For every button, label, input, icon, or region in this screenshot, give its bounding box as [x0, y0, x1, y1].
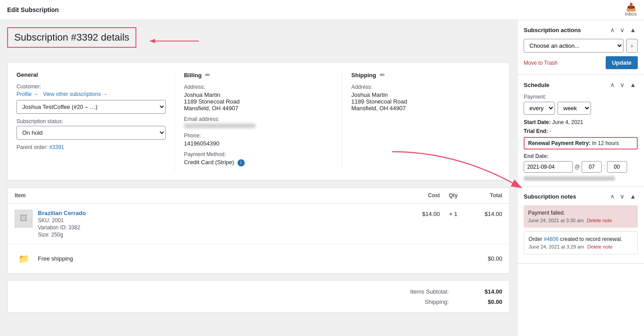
parent-order-link[interactable]: #3391	[49, 144, 64, 150]
note-delete-1[interactable]: Delete note	[587, 218, 612, 223]
status-select[interactable]: On hold Active Cancelled Expired Pending	[16, 126, 166, 140]
item-sku: SKU: 2001	[38, 217, 404, 224]
table-row: 🖼 Brazilian Cerrado SKU: 2001 Variation …	[8, 203, 509, 245]
table-header: Item Cost Qty Total	[8, 188, 509, 203]
shipping-icon: 📁	[15, 250, 33, 268]
billing-phone-label: Phone:	[184, 133, 333, 139]
general-title: General	[16, 71, 166, 78]
view-other-link[interactable]: View other subscriptions →	[43, 91, 107, 97]
billing-phone: 14196054390	[184, 140, 333, 147]
shipping-label: Free shipping	[38, 255, 404, 262]
item-qty: × 1	[440, 210, 467, 217]
end-time-min[interactable]	[607, 161, 627, 173]
actions-drag-btn[interactable]: ▲	[628, 25, 638, 34]
item-thumbnail: 🖼	[15, 210, 33, 228]
action-row: Choose an action... ›	[524, 39, 638, 53]
billing-edit-icon[interactable]: ✏	[205, 71, 210, 79]
end-date-input[interactable]	[524, 161, 573, 173]
inbox-label: Inbox	[625, 11, 637, 17]
note-meta-2: June 24, 2021 at 3:29 am Delete note	[529, 244, 633, 249]
general-section: General Customer: Profile → View other s…	[16, 71, 175, 171]
start-date: Start Date: June 4, 2021	[524, 119, 638, 125]
note-meta-1: June 24, 2021 at 3:30 am Delete note	[528, 218, 633, 223]
payment-label: Payment:	[524, 94, 638, 100]
note-text-2: Order #4806 created to record renewal.	[529, 236, 633, 242]
renewal-retry-box: Renewal Payment Retry: In 12 hours	[524, 137, 638, 149]
update-button[interactable]: Update	[606, 56, 638, 69]
period-select[interactable]: week day month year	[558, 102, 591, 115]
notes-drag-btn[interactable]: ▲	[628, 192, 638, 201]
subscription-header-box: Subscription #3392 details	[7, 27, 136, 48]
payment-row: every 1 2 week day month year	[524, 102, 638, 115]
top-bar: Edit Subscription 📥 Inbox	[0, 0, 644, 20]
shipping-total: $0.00	[467, 255, 502, 262]
item-size: Size: 250g	[38, 232, 404, 238]
item-cost: $14.00	[404, 210, 440, 217]
subscription-title: Subscription #3392 details	[14, 32, 129, 43]
schedule-expand-btn[interactable]: ∨	[618, 80, 626, 89]
trash-update-row: Move to Trash Update	[524, 56, 638, 69]
subtotal-label: Items Subtotal:	[410, 288, 449, 295]
note-item: Payment failed. June 24, 2021 at 3:30 am…	[524, 205, 638, 228]
items-table: Item Cost Qty Total 🖼 Brazilian Cerrado …	[7, 187, 510, 274]
action-select[interactable]: Choose an action...	[524, 39, 623, 53]
actions-header: Subscription actions ∧ ∨ ▲	[524, 25, 638, 34]
billing-payment: Credit Card (Stripe) i	[184, 159, 333, 166]
billing-payment-label: Payment Method:	[184, 151, 333, 158]
item-name-link[interactable]: Brazilian Cerrado	[38, 210, 86, 216]
parent-order: Parent order: #3391	[16, 144, 166, 150]
billing-section: Billing ✏ Address: Joshua Martin1189 Sto…	[184, 71, 343, 171]
col-total-header: Total	[467, 192, 502, 199]
blurred-schedule-bar	[524, 176, 615, 181]
notes-title: Subscription notes	[524, 193, 576, 200]
customer-select[interactable]: Joshua TestCoffee (#20 – …)	[16, 100, 166, 114]
arrow-annotation	[150, 37, 208, 46]
notes-collapse-btn[interactable]: ∧	[608, 192, 616, 201]
notes-expand-btn[interactable]: ∨	[618, 192, 626, 201]
sections-row: General Customer: Profile → View other s…	[7, 62, 510, 180]
shipping-edit-icon[interactable]: ✏	[380, 71, 385, 79]
col-qty-header: Qty	[440, 192, 467, 199]
arrow-svg	[150, 37, 208, 46]
item-details: Brazilian Cerrado SKU: 2001 Variation ID…	[38, 210, 404, 238]
subtotal-row: Items Subtotal: $14.00	[15, 286, 502, 297]
actions-controls: ∧ ∨ ▲	[608, 25, 638, 34]
shipping-total-label: Shipping:	[425, 299, 449, 305]
note-text-1: Payment failed.	[528, 210, 633, 216]
subscription-notes-section: Subscription notes ∧ ∨ ▲ Payment failed.…	[517, 187, 644, 264]
at-symbol: @	[574, 164, 580, 170]
note-delete-2[interactable]: Delete note	[587, 244, 612, 249]
totals-section: Items Subtotal: $14.00 Shipping: $0.00	[7, 281, 510, 313]
payment-info-icon[interactable]: i	[238, 159, 245, 166]
notes-header: Subscription notes ∧ ∨ ▲	[524, 192, 638, 201]
actions-expand-btn[interactable]: ∨	[618, 25, 626, 34]
schedule-collapse-btn[interactable]: ∧	[608, 80, 616, 89]
billing-address: Joshua Martin1189 Stonecoal RoadMansfiel…	[184, 91, 333, 112]
schedule-controls: ∧ ∨ ▲	[608, 80, 638, 89]
subscription-actions-section: Subscription actions ∧ ∨ ▲ Choose an act…	[517, 20, 644, 75]
col-item-header: Item	[15, 192, 404, 199]
notes-controls: ∧ ∨ ▲	[608, 192, 638, 201]
schedule-section: Schedule ∧ ∨ ▲ Payment: every 1 2 week	[517, 75, 644, 187]
profile-link[interactable]: Profile →	[16, 91, 38, 97]
trial-end: Trial End: -	[524, 128, 638, 134]
shipping-address: Joshua Martin1189 Stonecoal RoadMansfiel…	[351, 91, 500, 112]
billing-email-label: Email address:	[184, 116, 333, 122]
actions-collapse-btn[interactable]: ∧	[608, 25, 616, 34]
shipping-address-label: Address:	[351, 84, 500, 90]
note-item: Order #4806 created to record renewal. J…	[524, 231, 638, 254]
inbox-button[interactable]: 📥 Inbox	[625, 3, 637, 17]
action-go-btn[interactable]: ›	[626, 39, 638, 53]
item-variation: Variation ID: 3382	[38, 224, 404, 231]
end-time-hour[interactable]	[582, 161, 602, 173]
item-total: $14.00	[467, 210, 502, 217]
frequency-select[interactable]: every 1 2	[524, 102, 555, 115]
end-date-row: @ :	[524, 161, 638, 173]
schedule-drag-btn[interactable]: ▲	[628, 80, 638, 89]
move-trash-link[interactable]: Move to Trash	[524, 60, 558, 66]
svg-marker-1	[150, 39, 155, 43]
schedule-title: Schedule	[524, 82, 550, 88]
note-order-link[interactable]: #4806	[544, 236, 558, 242]
customer-label: Customer:	[16, 83, 166, 90]
shipping-section: Shipping ✏ Address: Joshua Martin1189 St…	[351, 71, 500, 171]
